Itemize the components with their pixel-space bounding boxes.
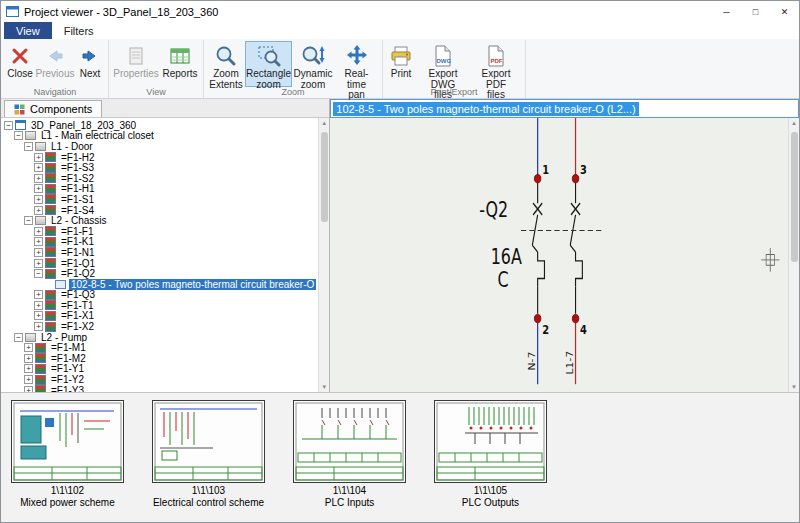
tree-item[interactable]: +=F1-M1: [3, 342, 316, 353]
scroll-down-icon[interactable]: [789, 382, 799, 392]
dynamic-zoom-button[interactable]: Dynamic zoom: [292, 41, 334, 87]
location-icon: [35, 216, 46, 225]
tree-item[interactable]: +=F1-H1: [3, 184, 316, 195]
ribbon-group-view: Properties Reports View: [109, 40, 204, 98]
tree-item[interactable]: 102-8-5 - Two poles magneto-thermal circ…: [3, 279, 316, 290]
minimize-button[interactable]: ─: [712, 1, 741, 22]
tab-view[interactable]: View: [4, 22, 52, 39]
expand-icon[interactable]: +: [34, 174, 43, 183]
close-window-button[interactable]: ✕: [770, 1, 799, 22]
page-thumbnail[interactable]: 1\1\102 Mixed power scheme: [11, 400, 124, 522]
page-thumbnail[interactable]: 1\1\103 Electrical control scheme: [152, 400, 265, 522]
expand-icon[interactable]: +: [34, 163, 43, 172]
canvas-scrollbar[interactable]: [788, 118, 799, 392]
close-icon: [10, 44, 30, 68]
collapse-icon[interactable]: −: [24, 142, 33, 151]
next-button[interactable]: Next: [75, 41, 105, 87]
expand-icon[interactable]: +: [34, 237, 43, 246]
tree-item[interactable]: +=F1-K1: [3, 237, 316, 248]
real-time-pan-button[interactable]: Real-time pan: [334, 41, 379, 87]
print-button[interactable]: Print: [386, 41, 416, 87]
breaker-pole-2: [571, 183, 583, 314]
tree-item[interactable]: +=F1-Q3: [3, 290, 316, 301]
drawing-canvas[interactable]: 1 3 2 4 -Q2 16A C N-7 L1-7: [330, 118, 799, 392]
tab-filters[interactable]: Filters: [52, 22, 106, 39]
canvas-scrollbar-thumb[interactable]: [791, 132, 798, 262]
tree-scrollbar-thumb[interactable]: [321, 132, 328, 222]
collapse-icon[interactable]: −: [34, 269, 43, 278]
tree-item-label: L2 - Pump: [39, 332, 89, 343]
thumbnail-preview[interactable]: [11, 400, 124, 483]
scroll-up-icon[interactable]: [789, 118, 799, 128]
expand-icon[interactable]: +: [34, 248, 43, 257]
expand-icon[interactable]: +: [34, 259, 43, 268]
collapse-icon[interactable]: −: [24, 216, 33, 225]
terminal-dot-1: [535, 175, 541, 183]
previous-button[interactable]: Previous: [35, 41, 75, 87]
tab-components[interactable]: Components: [4, 100, 102, 117]
maximize-button[interactable]: □: [741, 1, 770, 22]
tree-item[interactable]: +=F1-Y1: [3, 364, 316, 375]
tree-item[interactable]: −=F1-Q2: [3, 268, 316, 279]
component-icon: [45, 247, 56, 257]
export-pdf-button[interactable]: PDF Export PDF files: [470, 41, 522, 87]
component-icon: [45, 311, 56, 321]
tree-item[interactable]: +=F1-X1: [3, 311, 316, 322]
expand-icon[interactable]: +: [34, 311, 43, 320]
expand-icon[interactable]: +: [34, 206, 43, 215]
reports-button[interactable]: Reports: [160, 41, 200, 87]
tree-item[interactable]: +=F1-F1: [3, 226, 316, 237]
tree-item[interactable]: +=F1-N1: [3, 247, 316, 258]
thumbnail-preview[interactable]: [293, 400, 406, 483]
tree-item[interactable]: +=F1-T1: [3, 300, 316, 311]
export-dwg-button[interactable]: DWG Export DWG files: [416, 41, 470, 87]
tree-item[interactable]: −L1 - Main electrical closet: [3, 131, 316, 142]
expand-icon[interactable]: +: [34, 322, 43, 331]
expand-icon[interactable]: +: [24, 375, 33, 384]
thumbnail-preview[interactable]: [152, 400, 265, 483]
page-thumbnail[interactable]: 1\1\105 PLC Outputs: [434, 400, 547, 522]
scroll-up-icon[interactable]: [319, 118, 329, 128]
expand-icon[interactable]: +: [24, 386, 33, 392]
tree-item[interactable]: +=F1-Y2: [3, 374, 316, 385]
tree-item[interactable]: +=F1-S1: [3, 194, 316, 205]
expand-icon[interactable]: +: [34, 153, 43, 162]
thumbnail-page-name: PLC Inputs: [325, 497, 374, 509]
collapse-icon[interactable]: −: [14, 333, 23, 342]
properties-button[interactable]: Properties: [112, 41, 160, 87]
collapse-icon[interactable]: −: [4, 121, 13, 130]
expand-icon[interactable]: +: [34, 184, 43, 193]
zoom-extents-button[interactable]: Zoom Extents: [207, 41, 245, 87]
tree-item[interactable]: +=F1-Q1: [3, 258, 316, 269]
tree-scrollbar[interactable]: [318, 118, 329, 392]
tree-item-label: =F1-S1: [59, 194, 96, 205]
component-tree[interactable]: −3D_Panel_18_203_360−L1 - Main electrica…: [1, 118, 329, 392]
tree-item[interactable]: +=F1-M2: [3, 353, 316, 364]
tree-item[interactable]: +=F1-S2: [3, 173, 316, 184]
thumbnail-preview[interactable]: [434, 400, 547, 483]
tree-item[interactable]: +=F1-H2: [3, 152, 316, 163]
selected-component-bar[interactable]: 102-8-5 - Two poles magneto-thermal circ…: [330, 99, 799, 118]
tree-item[interactable]: +=F1-X2: [3, 321, 316, 332]
close-button[interactable]: Close: [5, 41, 35, 87]
expand-icon[interactable]: +: [24, 354, 33, 363]
location-icon: [25, 333, 36, 342]
expand-icon[interactable]: +: [34, 301, 43, 310]
expand-icon[interactable]: +: [34, 290, 43, 299]
tree-item[interactable]: −L2 - Chassis: [3, 215, 316, 226]
collapse-icon[interactable]: −: [14, 131, 23, 140]
tree-item[interactable]: −L1 - Door: [3, 141, 316, 152]
tree-item[interactable]: −3D_Panel_18_203_360: [3, 120, 316, 131]
tree-item[interactable]: +=F1-Y3: [3, 385, 316, 392]
page-thumbnail[interactable]: 1\1\104 PLC Inputs: [293, 400, 406, 522]
expand-icon[interactable]: +: [24, 343, 33, 352]
tree-item[interactable]: +=F1-S3: [3, 162, 316, 173]
rectangle-zoom-button[interactable]: Rectangle zoom: [245, 41, 292, 87]
scroll-down-icon[interactable]: [319, 382, 329, 392]
tree-item[interactable]: −L2 - Pump: [3, 332, 316, 343]
expand-icon[interactable]: +: [34, 195, 43, 204]
expand-icon[interactable]: +: [24, 364, 33, 373]
tree-item[interactable]: +=F1-S4: [3, 205, 316, 216]
expand-icon[interactable]: +: [34, 227, 43, 236]
schematic-drawing[interactable]: 1 3 2 4 -Q2 16A C N-7 L1-7: [330, 118, 788, 392]
